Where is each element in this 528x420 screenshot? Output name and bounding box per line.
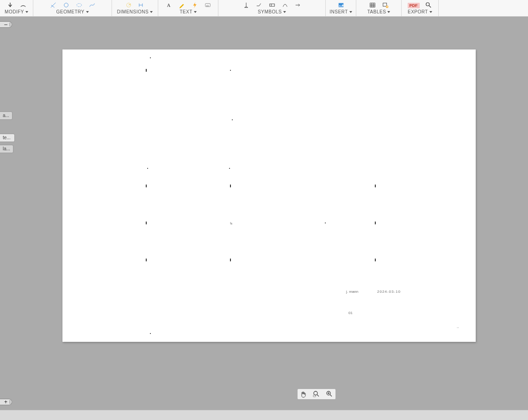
- bolt-icon: [191, 2, 199, 8]
- chevron-down-icon: [86, 11, 89, 13]
- sheet-mark: I₂: [230, 222, 232, 225]
- sheet-mark: ··: [457, 326, 459, 330]
- side-tab-3[interactable]: la...: [0, 145, 13, 153]
- ribbon-label-symbols: SYMBOLS: [258, 9, 286, 14]
- svg-point-12: [314, 391, 317, 395]
- zoom-in-icon: [326, 390, 333, 398]
- sheet-revision-text: 01: [348, 311, 353, 315]
- ribbon-label-geometry: GEOMETRY: [56, 9, 88, 14]
- sheet-mark: [375, 259, 376, 261]
- sheet-mark: [232, 119, 233, 120]
- svg-text:A: A: [167, 3, 170, 8]
- panel-collapse-bottom-button[interactable]: +: [0, 399, 12, 405]
- svg-text:ab: ab: [206, 4, 209, 7]
- panel-collapse-top-button[interactable]: –: [0, 21, 12, 28]
- zoom-in-button[interactable]: [324, 390, 335, 398]
- lines-icon: [49, 2, 57, 8]
- drawing-sheet[interactable]: I₂ j. mann 2024-03-10 01 ··: [62, 49, 476, 342]
- chevron-down-icon: [429, 11, 432, 13]
- field-box-icon: ab: [204, 2, 212, 8]
- ribbon-group-insert[interactable]: INSERT: [326, 0, 356, 16]
- arc-icon: [19, 2, 27, 8]
- zoom-window-icon: [313, 390, 320, 398]
- sheet-mark: [146, 222, 147, 224]
- ellipse-dash-icon: [75, 2, 83, 8]
- ribbon-label-insert: INSERT: [329, 9, 352, 14]
- chevron-down-icon: [194, 11, 197, 13]
- view-tools-toolbar: [297, 389, 336, 400]
- side-tab-2[interactable]: te...: [0, 134, 15, 142]
- image-icon: [337, 2, 345, 8]
- svg-rect-6: [269, 4, 274, 6]
- sheet-mark: [146, 259, 147, 261]
- ribbon-group-tables[interactable]: TABLES: [356, 0, 402, 16]
- chevron-down-icon: [349, 11, 352, 13]
- svg-rect-9: [383, 3, 386, 6]
- pencil-icon: [178, 2, 186, 8]
- magnifier-icon: [424, 2, 433, 8]
- sheet-mark: [230, 70, 231, 71]
- status-bar: [0, 410, 528, 420]
- chevron-down-icon: [387, 11, 390, 13]
- sheet-mark: [147, 168, 148, 169]
- pdf-badge-icon: PDF: [408, 3, 420, 8]
- sheet-mark: [375, 222, 376, 224]
- ribbon-toolbar: MODIFY GEOMETRY DIMENSIONS A ab TEXT: [0, 0, 528, 17]
- svg-point-0: [64, 3, 68, 7]
- chevron-down-icon: [25, 11, 28, 13]
- circle-icon: [62, 2, 70, 8]
- chevron-down-icon: [283, 11, 286, 13]
- sheet-mark: [150, 333, 151, 334]
- svg-rect-13: [313, 395, 316, 397]
- ribbon-label-text: TEXT: [180, 9, 197, 14]
- sheet-mark: [146, 69, 147, 72]
- pan-hand-button[interactable]: [298, 390, 309, 398]
- sheet-mark: [375, 185, 376, 187]
- drawing-workspace[interactable]: – a... te... la... + I₂ j. mann 2024-03-…: [0, 17, 528, 410]
- table-add-icon: [381, 2, 390, 8]
- sheet-author-text: j. mann: [346, 290, 358, 294]
- text-a-icon: A: [165, 2, 173, 8]
- svg-rect-8: [370, 3, 375, 7]
- curve-icon: [88, 2, 96, 8]
- sheet-mark: [146, 185, 147, 187]
- svg-point-11: [426, 3, 429, 6]
- radial-dim-icon: [124, 2, 133, 8]
- arrow-icon: [294, 2, 302, 8]
- surface-icon: [281, 2, 289, 8]
- sheet-mark: [230, 185, 231, 187]
- weld-icon: [255, 2, 263, 8]
- ribbon-group-dimensions[interactable]: DIMENSIONS: [112, 0, 158, 16]
- table-icon: [368, 2, 377, 8]
- chevron-down-icon: [150, 11, 153, 13]
- linear-dim-icon: [137, 2, 146, 8]
- ribbon-group-geometry[interactable]: GEOMETRY: [33, 0, 112, 16]
- ribbon-group-modify[interactable]: MODIFY: [0, 0, 33, 16]
- gtol-icon: [268, 2, 276, 8]
- ribbon-label-tables: TABLES: [367, 9, 391, 14]
- ribbon-label-dimensions: DIMENSIONS: [117, 9, 153, 14]
- sheet-mark: [150, 57, 151, 58]
- sheet-date-text: 2024-03-10: [377, 290, 401, 294]
- hand-icon: [300, 390, 307, 398]
- arrow-down-icon: [6, 2, 14, 8]
- side-tab-1[interactable]: a...: [0, 111, 12, 120]
- datum-icon: [242, 2, 250, 8]
- minus-icon: –: [4, 22, 7, 27]
- sheet-mark: [230, 259, 231, 261]
- sheet-mark: [325, 222, 326, 223]
- ribbon-group-export[interactable]: PDF EXPORT: [402, 0, 439, 16]
- ribbon-label-modify: MODIFY: [5, 9, 28, 14]
- plus-icon: +: [4, 399, 7, 405]
- svg-point-1: [76, 4, 81, 7]
- ribbon-label-export: EXPORT: [408, 9, 432, 14]
- zoom-window-button[interactable]: [311, 390, 322, 398]
- sheet-mark: [229, 168, 230, 169]
- ribbon-group-symbols[interactable]: SYMBOLS: [218, 0, 326, 16]
- ribbon-group-text[interactable]: A ab TEXT: [158, 0, 218, 16]
